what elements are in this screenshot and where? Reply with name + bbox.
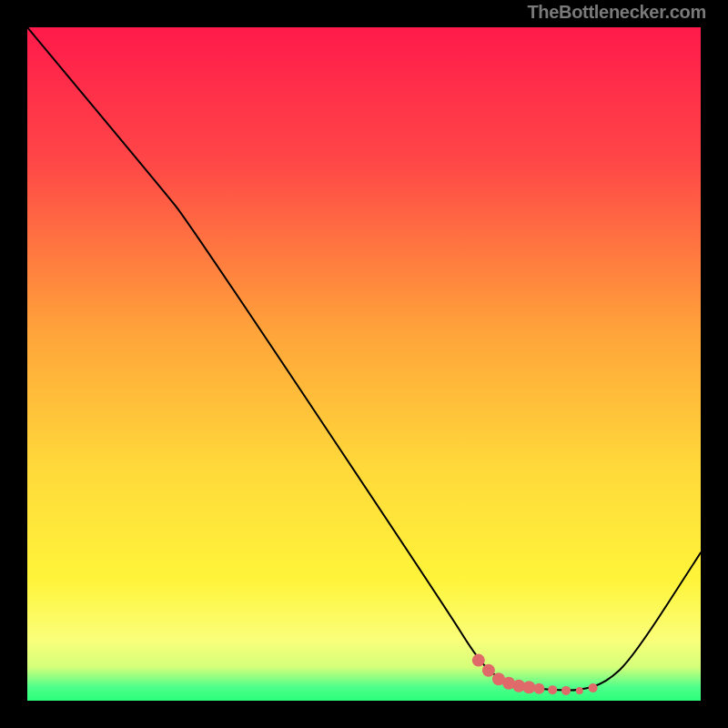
svg-point-8 [561,686,571,695]
svg-point-1 [482,664,495,677]
svg-point-9 [576,687,583,694]
bottleneck-chart [27,27,701,701]
svg-point-5 [522,681,535,693]
svg-point-6 [533,683,544,694]
svg-point-0 [472,654,485,667]
chart-container: TheBottlenecker.com [0,0,728,728]
attribution-text: TheBottlenecker.com [527,2,706,23]
chart-svg [27,27,701,701]
gradient-background [27,27,701,701]
svg-point-10 [589,683,598,693]
svg-point-7 [548,685,557,694]
